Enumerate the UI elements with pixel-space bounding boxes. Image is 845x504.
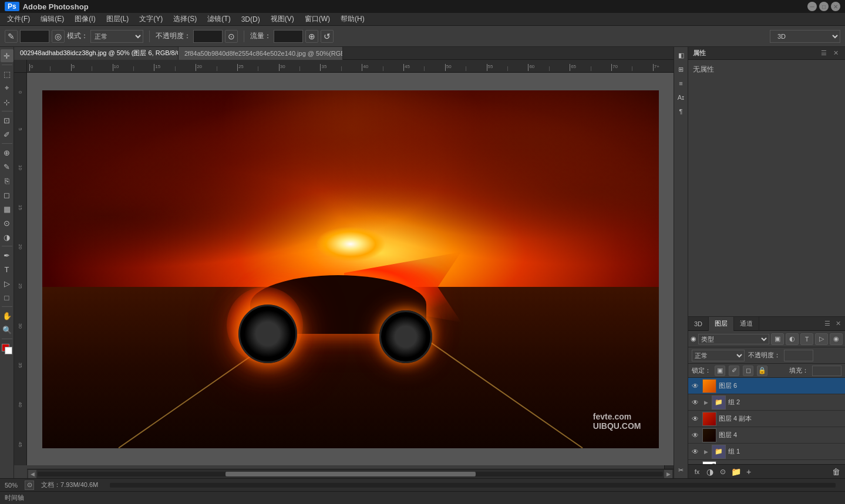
menu-text[interactable]: 文字(Y) <box>134 13 167 25</box>
canvas-content[interactable]: fevte.com UIBQU.COM <box>27 73 674 465</box>
layer-item-4copy[interactable]: 👁 图层 4 副本 <box>688 411 845 427</box>
new-layer-btn[interactable]: + <box>743 466 754 477</box>
panel-toggle-btn-3[interactable]: ≡ <box>675 77 687 89</box>
menu-window[interactable]: 窗口(W) <box>300 13 335 25</box>
tab-document-1[interactable]: 002948adhabd38idcz38gh.jpg @ 50% (图层 6, … <box>14 47 179 60</box>
pen-tool[interactable]: ✒ <box>1 249 14 262</box>
eraser-tool[interactable]: ◻ <box>1 188 14 201</box>
layer-item-6[interactable]: 👁 图层 6 <box>688 378 845 394</box>
opacity-input[interactable]: 9% <box>193 30 223 43</box>
opacity-toggle[interactable]: ⊙ <box>225 30 238 43</box>
layer-item-group2[interactable]: 👁 ▶ 📁 组 2 <box>688 394 845 411</box>
clone-stamp-tool[interactable]: ⎘ <box>1 174 14 187</box>
add-mask-btn[interactable]: ◑ <box>705 466 715 477</box>
menu-image[interactable]: 图像(I) <box>70 13 100 25</box>
layer-item-group1[interactable]: 👁 ▶ 📁 组 1 <box>688 444 845 460</box>
menu-select[interactable]: 选择(S) <box>169 13 201 25</box>
lock-pixels-btn[interactable]: ▣ <box>715 366 725 376</box>
workspace-select[interactable]: 3D 绘画 摄影 <box>770 30 840 43</box>
tab-channels[interactable]: 通道 <box>734 317 759 331</box>
zoom-tool[interactable]: 🔍 <box>1 323 14 336</box>
tab-3d[interactable]: 3D <box>688 317 709 331</box>
layer-list[interactable]: 👁 图层 6 👁 ▶ 📁 组 2 👁 图层 4 副本 <box>688 378 845 464</box>
scroll-right-btn[interactable]: ▶ <box>664 470 672 478</box>
new-group-btn[interactable]: 📁 <box>730 466 741 477</box>
flow-input[interactable]: 100% <box>274 30 303 43</box>
layer-4-visibility[interactable]: 👁 <box>691 431 700 440</box>
text-tool[interactable]: T <box>1 263 14 276</box>
brush-tool[interactable]: ✎ <box>1 160 14 173</box>
minimize-button[interactable]: ─ <box>807 2 817 11</box>
brush-preset-picker[interactable]: ✎ <box>5 30 18 43</box>
marquee-tool[interactable]: ⬚ <box>1 67 14 80</box>
panel-toggle-btn-1[interactable]: ◧ <box>675 49 687 61</box>
layer-6-visibility[interactable]: 👁 <box>691 381 700 391</box>
properties-menu-btn[interactable]: ☰ <box>819 49 829 58</box>
menu-3d[interactable]: 3D(D) <box>237 14 265 25</box>
layers-panel-menu[interactable]: ☰ <box>823 319 832 329</box>
brush-angle-btn[interactable]: ◎ <box>52 30 65 43</box>
layer-filter-pix[interactable]: ▣ <box>771 333 784 345</box>
close-button[interactable]: ✕ <box>831 2 840 11</box>
lock-position-btn[interactable]: ✐ <box>729 366 739 376</box>
layer-4copy-visibility[interactable]: 👁 <box>691 414 700 424</box>
crop-tool[interactable]: ⊡ <box>1 114 14 127</box>
panel-toggle-btn-2[interactable]: ⊞ <box>675 63 687 75</box>
status-info-btn[interactable]: ⊙ <box>25 481 34 490</box>
menu-file[interactable]: 文件(F) <box>2 13 35 25</box>
layers-panel-close[interactable]: ✕ <box>833 319 843 329</box>
add-adjustment-btn[interactable]: ⊙ <box>718 466 728 477</box>
layer-filter-smart[interactable]: ▷ <box>815 333 828 345</box>
window-controls[interactable]: ─ □ ✕ <box>807 2 840 11</box>
menu-filter[interactable]: 滤镜(T) <box>203 13 235 25</box>
panel-toggle-btn-6[interactable]: ✂ <box>675 464 687 476</box>
lock-all-btn[interactable]: 🔒 <box>757 366 767 376</box>
blur-tool[interactable]: ⊙ <box>1 217 14 229</box>
layer-filter-text[interactable]: T <box>800 333 813 345</box>
blend-mode-select[interactable]: 正常 溶解 正片叠底 <box>90 30 143 43</box>
add-style-btn[interactable]: fx <box>692 466 702 477</box>
hand-tool[interactable]: ✋ <box>1 309 14 322</box>
shape-tool[interactable]: □ <box>1 291 14 304</box>
healing-tool[interactable]: ⊕ <box>1 146 14 159</box>
panel-toggle-btn-4[interactable]: Aɪ <box>675 92 687 103</box>
properties-close-btn[interactable]: ✕ <box>831 49 840 58</box>
layer-group2-visibility[interactable]: 👁 <box>691 398 700 407</box>
magic-wand-tool[interactable]: ⊹ <box>1 96 14 109</box>
dodge-tool[interactable]: ◑ <box>1 231 14 243</box>
brush-size-input[interactable]: 250 <box>20 30 49 43</box>
layer-blend-mode-select[interactable]: 正常 溶解 正片叠底 <box>692 350 745 361</box>
horizontal-scrollbar[interactable]: ◀ ▶ <box>27 469 674 478</box>
layer-group1-visibility[interactable]: 👁 <box>691 447 700 456</box>
layer-opacity-input[interactable]: 100% <box>784 350 813 361</box>
airbrush-btn[interactable]: ⊕ <box>305 30 318 43</box>
layer-group2-expand[interactable]: ▶ <box>702 399 709 406</box>
gradient-tool[interactable]: ▦ <box>1 202 14 215</box>
delete-layer-btn[interactable]: 🗑 <box>831 466 841 477</box>
menu-help[interactable]: 帮助(H) <box>336 13 369 25</box>
layer-fill-input[interactable]: 100% <box>812 366 841 376</box>
menu-layer[interactable]: 图层(L) <box>102 13 134 25</box>
scroll-left-btn[interactable]: ◀ <box>28 470 36 478</box>
lasso-tool[interactable]: ⌖ <box>1 82 14 94</box>
h-scroll-thumb[interactable] <box>225 472 476 476</box>
menu-edit[interactable]: 编辑(E) <box>36 13 69 25</box>
background-color[interactable] <box>5 347 12 354</box>
tab-layers[interactable]: 图层 <box>709 317 734 331</box>
layer-item-curves2[interactable]: 👁 曲线 2 <box>688 460 845 464</box>
layer-item-4[interactable]: 👁 图层 4 <box>688 427 845 444</box>
layer-filter-select[interactable]: 类型 名称 效果 <box>698 334 769 344</box>
tab-document-2[interactable]: 2f84a50b9840d8fe2554c864e502e140.jpg @ 5… <box>179 47 343 60</box>
path-selection-tool[interactable]: ▷ <box>1 277 14 290</box>
menu-view[interactable]: 视图(V) <box>266 13 299 25</box>
move-tool[interactable]: ✛ <box>1 49 14 62</box>
lock-artboard-btn[interactable]: ◻ <box>743 366 753 376</box>
panel-toggle-btn-5[interactable]: ¶ <box>675 106 687 117</box>
layer-group1-expand[interactable]: ▶ <box>702 448 709 455</box>
eyedropper-tool[interactable]: ✐ <box>1 128 14 141</box>
h-scroll-track[interactable] <box>38 472 663 476</box>
smoothing-btn[interactable]: ↺ <box>321 30 334 43</box>
layer-filter-adj[interactable]: ◐ <box>786 333 799 345</box>
color-swatches[interactable] <box>2 344 12 354</box>
maximize-button[interactable]: □ <box>819 2 829 11</box>
